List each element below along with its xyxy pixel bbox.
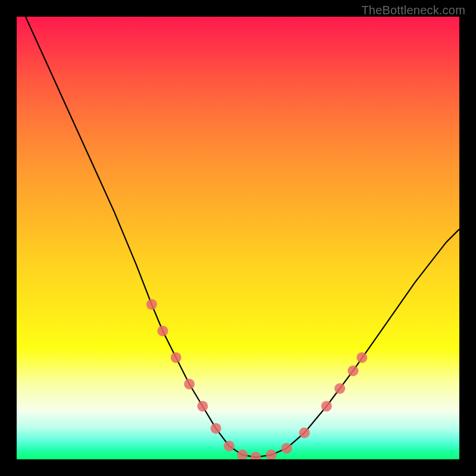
- curve-marker: [171, 352, 181, 363]
- curve-marker: [321, 401, 332, 412]
- curve-marker: [158, 325, 168, 336]
- curve-marker: [198, 401, 208, 412]
- curve-marker: [334, 383, 345, 394]
- curve-markers: [146, 299, 367, 459]
- chart-plot-area: [17, 17, 459, 459]
- bottleneck-curve: [26, 17, 459, 457]
- curve-marker: [224, 441, 234, 452]
- curve-marker: [281, 443, 292, 453]
- curve-marker: [250, 452, 261, 459]
- curve-marker: [299, 427, 310, 438]
- curve-marker: [237, 450, 248, 459]
- bottleneck-curve-svg: [17, 17, 459, 459]
- curve-marker: [347, 365, 358, 376]
- curve-marker: [184, 379, 195, 390]
- curve-marker: [356, 352, 367, 363]
- curve-marker: [146, 299, 157, 310]
- watermark-text: TheBottleneck.com: [361, 4, 465, 17]
- curve-marker: [211, 423, 221, 434]
- curve-marker: [266, 450, 277, 459]
